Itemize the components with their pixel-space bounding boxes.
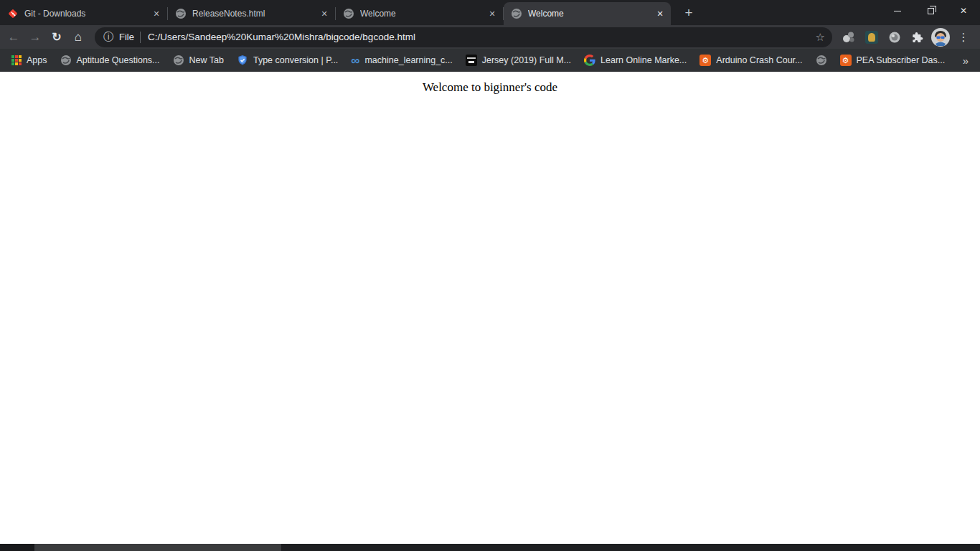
tab-close-icon[interactable]: ✕ [486, 7, 499, 20]
bookmark-label: Type conversion | P... [253, 55, 338, 65]
tab-welcome-active[interactable]: Welcome ✕ [504, 2, 671, 25]
kebab-menu-icon: ⋮ [958, 31, 969, 44]
scrollbar-thumb[interactable] [34, 544, 281, 551]
tab-title: Welcome [360, 9, 480, 19]
window-controls: ✕ [881, 0, 980, 22]
close-icon: ✕ [960, 6, 967, 16]
tab-close-icon[interactable]: ✕ [654, 7, 666, 20]
profile-avatar[interactable] [930, 27, 951, 48]
robot-course-icon: ⚙ [840, 55, 852, 66]
tab-title: ReleaseNotes.html [192, 9, 312, 19]
browser-menu-button[interactable]: ⋮ [953, 27, 974, 48]
bookmark-label: machine_learning_c... [364, 55, 452, 65]
robot-course-icon: ⚙ [699, 55, 711, 66]
extension-sphere-icon[interactable] [884, 27, 905, 48]
bookmark-apps[interactable]: Apps [6, 52, 53, 69]
bookmarks-overflow-button[interactable]: » [958, 55, 973, 67]
bookmark-new-tab[interactable]: New Tab [167, 52, 230, 69]
extension-character-icon[interactable] [861, 27, 882, 48]
extensions-puzzle-icon[interactable] [907, 27, 928, 48]
bookmark-learn-online-marketing[interactable]: Learn Online Marke... [578, 52, 692, 69]
tab-releasenotes[interactable]: ReleaseNotes.html ✕ [168, 2, 335, 25]
home-button[interactable]: ⌂ [67, 27, 89, 48]
colab-infinity-icon: ∞ [351, 55, 359, 67]
globe-icon [175, 8, 187, 19]
bookmark-label: Aptitude Questions... [77, 55, 160, 65]
bookmark-label: Arduino Crash Cour... [716, 55, 802, 65]
bookmark-machine-learning[interactable]: ∞ machine_learning_c... [345, 52, 458, 69]
tab-close-icon[interactable]: ✕ [150, 7, 163, 20]
page-content: Welcome to biginner's code [0, 72, 980, 544]
bookmarks-bar: Apps Aptitude Questions... New Tab Type … [0, 49, 980, 72]
scrollbar-corner [0, 544, 34, 551]
globe-icon [816, 55, 827, 66]
restore-icon [928, 8, 934, 14]
bookmark-type-conversion[interactable]: Type conversion | P... [231, 52, 344, 69]
google-g-icon [584, 55, 595, 66]
bookmark-label: Learn Online Marke... [600, 55, 687, 65]
tab-welcome-1[interactable]: Welcome ✕ [336, 2, 503, 25]
tab-git-downloads[interactable]: Git - Downloads ✕ [0, 2, 167, 25]
git-icon [7, 8, 19, 19]
bookmark-label: PEA Subscriber Das... [857, 55, 946, 65]
globe-icon [343, 8, 354, 19]
tab-title: Welcome [528, 9, 648, 19]
globe-icon [60, 55, 72, 66]
tab-strip: Git - Downloads ✕ ReleaseNotes.html ✕ We… [0, 0, 980, 25]
apps-grid-icon [11, 55, 22, 65]
back-button[interactable]: ← [3, 27, 24, 48]
bookmark-untitled[interactable] [810, 52, 833, 69]
omnibox-divider [140, 32, 141, 43]
extension-spheres-icon[interactable] [838, 27, 859, 48]
globe-icon [173, 55, 184, 66]
page-info-icon[interactable]: ⓘ [103, 31, 113, 44]
url-scheme-label: File [119, 32, 134, 42]
bookmark-label: Jersey (2019) Full M... [482, 55, 571, 65]
bookmark-jersey-movie[interactable]: Jersey (2019) Full M... [460, 52, 577, 69]
tab-title: Git - Downloads [24, 9, 144, 19]
toolbar: ← → ↻ ⌂ ⓘ File C:/Users/Sandeep%20Kumar%… [0, 25, 980, 49]
reload-button[interactable]: ↻ [46, 27, 67, 48]
movie-site-icon [466, 55, 477, 66]
new-tab-button[interactable]: + [679, 4, 698, 22]
address-bar[interactable]: ⓘ File C:/Users/Sandeep%20Kumar%20Mishra… [95, 27, 832, 47]
bookmark-label: Apps [27, 55, 47, 65]
bookmark-label: New Tab [189, 55, 224, 65]
extension-character-image [865, 31, 878, 44]
bookmark-star-icon[interactable]: ☆ [816, 31, 825, 44]
url-text[interactable]: C:/Users/Sandeep%20Kumar%20Mishra/bigcod… [148, 32, 810, 42]
bookmark-arduino-course[interactable]: ⚙ Arduino Crash Cour... [694, 52, 808, 69]
close-button[interactable]: ✕ [947, 0, 980, 22]
restore-button[interactable] [914, 0, 947, 22]
globe-icon [511, 8, 522, 19]
bookmark-pea-subscriber[interactable]: ⚙ PEA Subscriber Das... [834, 52, 951, 69]
shield-icon [237, 55, 248, 66]
browser-window: Git - Downloads ✕ ReleaseNotes.html ✕ We… [0, 0, 980, 551]
forward-button[interactable]: → [24, 27, 46, 48]
tab-close-icon[interactable]: ✕ [318, 7, 331, 20]
minimize-button[interactable] [881, 0, 914, 22]
bookmark-aptitude-questions[interactable]: Aptitude Questions... [55, 52, 166, 69]
page-heading: Welcome to biginner's code [0, 80, 980, 95]
minimize-icon [894, 11, 901, 11]
horizontal-scrollbar[interactable] [0, 544, 980, 551]
